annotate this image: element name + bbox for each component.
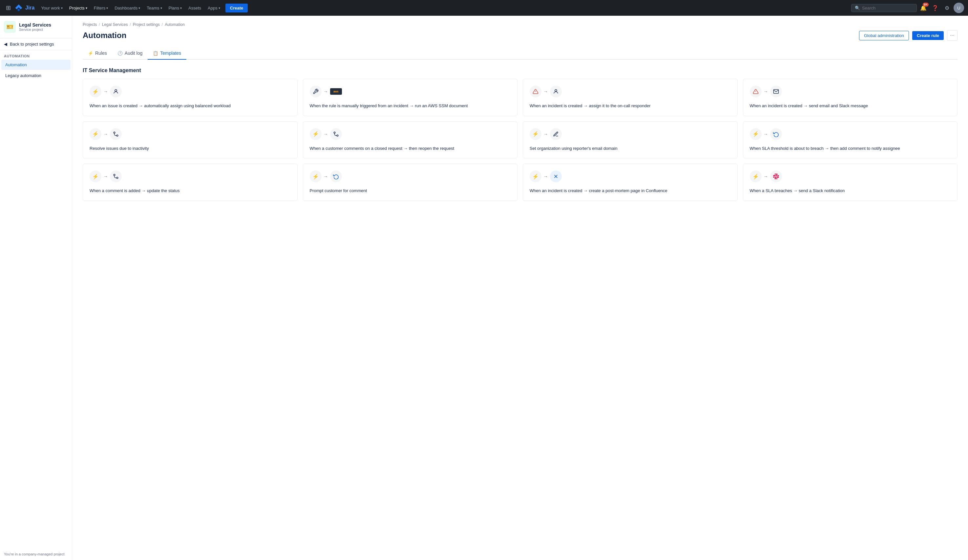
card-5-trigger-icon: ⚡ [90,128,101,140]
card-3-trigger-icon [530,86,541,97]
sidebar-bottom-text: You're in a company-managed project [0,548,72,560]
main-content: Projects / Legal Services / Project sett… [72,16,968,560]
template-card-5[interactable]: ⚡ → Resolve issues due to inactivity [83,121,298,159]
template-card-6[interactable]: ⚡ → When a customer comments on a closed… [303,121,518,159]
breadcrumb-projects[interactable]: Projects [83,22,97,27]
notifications-button[interactable]: 🔔 9+ [918,3,928,13]
card-5-action-icon [110,128,122,140]
card-8-action-icon [770,128,782,140]
card-7-arrow: → [544,132,548,137]
breadcrumb-legal-services[interactable]: Legal Services [102,22,128,27]
card-12-arrow: → [764,174,768,179]
help-button[interactable]: ❓ [930,3,940,13]
card-9-action-icon [110,170,122,182]
teams-menu[interactable]: Teams ▾ [144,3,164,12]
templates-icon: 📋 [153,51,158,56]
create-button[interactable]: Create [225,3,248,12]
page-title: Automation [83,31,126,40]
card-2-action-icon: aws [330,88,342,95]
more-options-button[interactable]: ··· [947,30,958,41]
tab-audit-log[interactable]: 🕐 Audit log [112,47,148,59]
card-11-text: When an incident is created → create a p… [530,188,731,194]
card-10-text: Prompt customer for comment [310,188,511,194]
breadcrumb: Projects / Legal Services / Project sett… [83,22,958,27]
assets-menu[interactable]: Assets [186,3,204,12]
card-11-trigger-icon: ⚡ [530,170,541,182]
template-card-1[interactable]: ⚡ → When an issue is created → automatic… [83,79,298,116]
card-1-text: When an issue is created → automatically… [90,102,291,109]
logo[interactable]: Jira [14,3,35,12]
card-3-arrow: → [544,89,548,94]
tab-rules[interactable]: ⚡ Rules [83,47,112,59]
search-box[interactable]: 🔍 [851,4,917,12]
sidebar-item-legacy-automation[interactable]: Legacy automation [1,71,71,81]
card-3-action-icon [550,86,562,97]
card-11-action-icon [550,170,562,182]
card-11-arrow: → [544,174,548,179]
card-7-trigger-icon: ⚡ [530,128,541,140]
card-10-arrow: → [323,174,328,179]
automation-section-label: AUTOMATION [0,50,72,59]
svg-point-9 [336,135,338,136]
card-5-text: Resolve issues due to inactivity [90,145,291,152]
card-9-text: When a comment is added → update the sta… [90,188,291,194]
card-10-trigger-icon: ⚡ [310,170,322,182]
dashboards-menu[interactable]: Dashboards ▾ [112,3,143,12]
card-8-text: When SLA threshold is about to breach → … [750,145,951,152]
plans-menu[interactable]: Plans ▾ [166,3,185,12]
card-4-trigger-icon [750,86,762,97]
projects-menu[interactable]: Projects ▾ [66,3,90,12]
breadcrumb-project-settings[interactable]: Project settings [133,22,160,27]
template-card-8[interactable]: ⚡ → When SLA threshold is about to breac… [743,121,958,159]
card-7-action-icon [550,128,562,140]
search-input[interactable] [862,6,905,10]
template-card-9[interactable]: ⚡ → When a comment is added → update the… [83,164,298,201]
card-2-arrow: → [323,89,328,94]
card-1-trigger-icon: ⚡ [90,86,101,97]
template-card-2[interactable]: → aws When the rule is manually triggere… [303,79,518,116]
sidebar-item-automation[interactable]: Automation [1,59,71,70]
page-layout: 🎫 Legal Services Service project ◀ Back … [0,16,968,560]
card-9-arrow: → [103,174,108,179]
global-administration-button[interactable]: Global administration [859,31,909,40]
template-card-11[interactable]: ⚡ → When an incident is created → create… [523,164,738,201]
section-title: IT Service Management [83,68,958,73]
card-12-text: When a SLA breaches → send a Slack notif… [750,188,951,194]
svg-point-11 [116,177,118,179]
grid-icon[interactable]: ⊞ [4,2,13,13]
card-7-text: Set organization using reporter's email … [530,145,731,152]
template-card-12[interactable]: ⚡ → When a SLA breaches → send a Slack n… [743,164,958,201]
back-to-project-settings[interactable]: ◀ Back to project settings [0,38,72,50]
card-2-trigger-icon [310,86,322,97]
template-card-3[interactable]: → When an incident is created → assign i… [523,79,738,116]
svg-point-10 [334,132,335,134]
template-card-10[interactable]: ⚡ → Prompt customer for comment [303,164,518,201]
user-avatar[interactable]: U [953,3,964,13]
audit-log-icon: 🕐 [118,51,123,56]
card-12-trigger-icon: ⚡ [750,170,762,182]
your-work-menu[interactable]: Your work ▾ [38,3,65,12]
breadcrumb-automation: Automation [165,22,185,27]
apps-menu[interactable]: Apps ▾ [205,3,223,12]
top-navigation: ⊞ Jira Your work ▾ Projects ▾ Filters ▾ … [0,0,968,16]
card-2-text: When the rule is manually triggered from… [310,102,511,109]
template-card-7[interactable]: ⚡ → Set organization using reporter's em… [523,121,738,159]
card-3-text: When an incident is created → assign it … [530,102,731,109]
settings-button[interactable]: ⚙ [942,3,952,13]
project-name: Legal Services [19,22,51,28]
card-4-text: When an incident is created → send email… [750,102,951,109]
sidebar-project: 🎫 Legal Services Service project [0,16,72,38]
card-8-arrow: → [764,132,768,137]
rules-icon: ⚡ [88,51,93,56]
filters-menu[interactable]: Filters ▾ [91,3,111,12]
project-type: Service project [19,28,51,31]
card-8-trigger-icon: ⚡ [750,128,762,140]
logo-text: Jira [25,5,35,11]
page-header: Automation Global administration Create … [83,30,958,41]
tab-templates[interactable]: 📋 Templates [148,47,186,59]
create-rule-button[interactable]: Create rule [912,31,944,40]
template-card-4[interactable]: → When an incident is created → send ema… [743,79,958,116]
card-10-action-icon [330,170,342,182]
itsm-section: IT Service Management ⚡ → [83,68,958,201]
card-12-action-icon [770,170,782,182]
